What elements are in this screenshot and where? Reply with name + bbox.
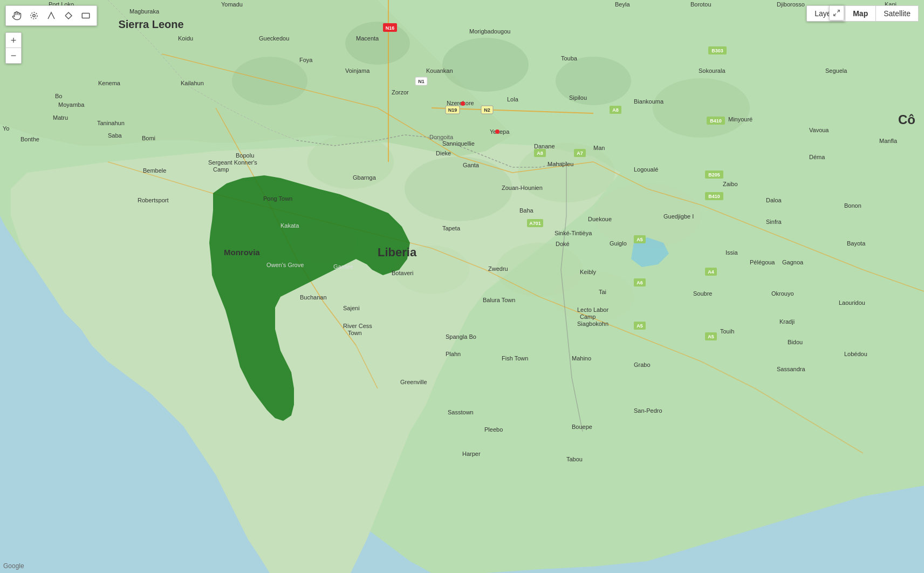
svg-text:Biankouma: Biankouma (634, 98, 664, 105)
svg-text:San-Pedro: San-Pedro (634, 407, 662, 414)
svg-text:Macenta: Macenta (356, 35, 379, 42)
svg-text:Magburaka: Magburaka (129, 8, 160, 15)
svg-text:Seguela: Seguela (825, 67, 847, 74)
svg-text:Baha: Baha (519, 207, 534, 214)
svg-text:Danane: Danane (534, 143, 555, 149)
svg-text:Kradji: Kradji (779, 318, 795, 325)
hand-tool-button[interactable] (9, 8, 24, 23)
zoom-out-button[interactable]: − (6, 48, 21, 63)
svg-text:N19: N19 (448, 107, 457, 113)
svg-text:A6: A6 (636, 280, 643, 285)
svg-text:Owen's Grove: Owen's Grove (266, 262, 304, 268)
svg-text:Bidou: Bidou (788, 339, 803, 345)
svg-point-188 (31, 12, 37, 19)
svg-text:Man: Man (593, 145, 605, 151)
svg-text:A5: A5 (636, 237, 643, 242)
svg-text:Tapeta: Tapeta (442, 225, 461, 231)
svg-text:Kouankan: Kouankan (426, 67, 453, 74)
svg-text:Manfla: Manfla (879, 138, 898, 144)
drawing-toolbar (5, 5, 97, 26)
svg-text:Sanniquellie: Sanniquellie (442, 140, 475, 147)
svg-text:Tabou: Tabou (566, 456, 583, 462)
svg-text:Bonthe: Bonthe (20, 136, 39, 142)
svg-text:Robertsport: Robertsport (138, 197, 168, 203)
polygon-tool-button[interactable] (61, 8, 76, 23)
svg-text:Gardee: Gardee (333, 263, 353, 270)
svg-text:Koidu: Koidu (178, 35, 193, 42)
svg-text:Okrouyo: Okrouyo (771, 290, 794, 297)
svg-text:N1: N1 (418, 79, 425, 84)
svg-text:Issia: Issia (725, 249, 738, 256)
svg-text:Zouan-Hounien: Zouan-Hounien (502, 185, 543, 191)
svg-text:Touih: Touih (720, 328, 734, 335)
svg-text:Tai: Tai (599, 289, 606, 295)
svg-text:Soubre: Soubre (693, 290, 712, 297)
svg-text:Liberia: Liberia (378, 245, 417, 259)
map-type-control: Layers Map Satellite (806, 5, 919, 22)
svg-text:Sipilou: Sipilou (569, 94, 587, 101)
svg-text:Bayota: Bayota (847, 240, 866, 247)
svg-text:Keibly: Keibly (580, 269, 596, 275)
svg-text:Botaveri: Botaveri (392, 270, 413, 276)
svg-text:Plahn: Plahn (446, 351, 461, 357)
svg-text:Buchanan: Buchanan (300, 294, 327, 301)
svg-point-4 (653, 78, 750, 138)
svg-text:Lola: Lola (507, 96, 519, 103)
svg-text:B410: B410 (710, 118, 722, 124)
svg-point-186 (461, 101, 465, 106)
svg-text:A5: A5 (708, 334, 714, 339)
svg-text:Doké: Doké (556, 241, 570, 247)
svg-text:A7: A7 (577, 151, 583, 156)
svg-line-190 (837, 10, 839, 12)
svg-text:Dongoita: Dongoita (429, 134, 454, 140)
point-tool-button[interactable] (26, 8, 42, 23)
svg-text:Spangla Bo: Spangla Bo (446, 333, 476, 340)
svg-text:B303: B303 (711, 48, 723, 53)
svg-line-191 (834, 13, 836, 16)
svg-text:Lobédou: Lobédou (844, 351, 867, 357)
map-type-satellite-button[interactable]: Satellite (876, 5, 919, 22)
rectangle-tool-button[interactable] (78, 8, 93, 23)
fullscreen-button[interactable] (829, 5, 844, 21)
svg-point-1 (442, 38, 529, 92)
svg-text:Voinjama: Voinjama (345, 67, 370, 74)
svg-text:Taninahun: Taninahun (97, 120, 125, 126)
svg-text:Moyamba: Moyamba (58, 101, 85, 108)
svg-text:Camp: Camp (213, 166, 229, 173)
svg-text:Minyouré: Minyouré (728, 116, 752, 122)
svg-text:River Cess: River Cess (343, 323, 372, 329)
svg-text:B205: B205 (708, 172, 720, 178)
svg-text:Sierra Leone: Sierra Leone (118, 18, 183, 30)
svg-text:Sergeant Konner's: Sergeant Konner's (208, 159, 257, 166)
svg-text:A8: A8 (537, 151, 543, 156)
map-container: N16 N1 N19 N2 A8 A7 A8 B303 A701 A5 B410… (0, 0, 924, 573)
svg-text:Sokourala: Sokourala (699, 67, 725, 74)
svg-text:Sassandra: Sassandra (777, 366, 805, 372)
svg-text:Kakata: Kakata (280, 222, 299, 229)
svg-text:Sasstown: Sasstown (448, 409, 474, 415)
svg-text:Balura Town: Balura Town (483, 297, 515, 303)
map-type-map-button[interactable]: Map (845, 5, 876, 22)
svg-text:Touba: Touba (561, 55, 578, 62)
svg-point-2 (345, 22, 410, 65)
polyline-tool-button[interactable] (44, 8, 59, 23)
svg-text:N2: N2 (484, 107, 490, 113)
svg-text:Pleebo: Pleebo (484, 426, 503, 433)
svg-text:Yekepa: Yekepa (490, 128, 510, 135)
svg-text:Zorzor: Zorzor (392, 89, 409, 96)
svg-text:Guedjigbe I: Guedjigbe I (663, 213, 694, 220)
svg-text:A8: A8 (612, 107, 619, 113)
svg-text:Vavoua: Vavoua (809, 127, 829, 133)
svg-text:Beyla: Beyla (615, 1, 630, 8)
svg-text:Daloa: Daloa (766, 197, 782, 203)
zoom-in-button[interactable]: + (6, 33, 21, 48)
svg-point-187 (33, 15, 36, 17)
zoom-controls: + − (5, 32, 22, 64)
svg-text:Djiborosso: Djiborosso (777, 1, 805, 8)
svg-text:Matru: Matru (53, 114, 68, 121)
svg-text:Bonon: Bonon (844, 202, 861, 209)
svg-text:B410: B410 (708, 194, 720, 199)
svg-text:Mahino: Mahino (572, 355, 591, 361)
svg-text:Pong Town: Pong Town (263, 195, 292, 202)
svg-text:Town: Town (348, 330, 362, 336)
